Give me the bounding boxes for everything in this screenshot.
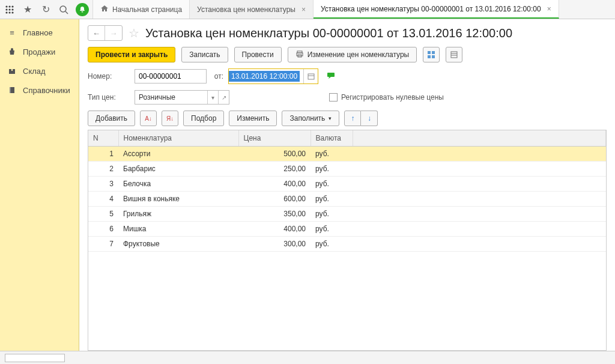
price-type-value: Розничные	[135, 93, 207, 102]
sidebar-sales[interactable]: Продажи	[0, 42, 79, 61]
cell-price: 250,00	[238, 162, 311, 177]
sidebar-main[interactable]: ≡ Главное	[0, 23, 79, 42]
fill-label: Заполнить	[289, 114, 325, 123]
star-icon[interactable]: ★	[22, 4, 34, 16]
table-row[interactable]: 3Белочка400,00руб.	[88, 177, 606, 192]
cell-price: 400,00	[238, 177, 311, 192]
print-icon	[295, 50, 304, 60]
cell-blank	[353, 207, 606, 222]
cell-price: 400,00	[238, 222, 311, 237]
register-zero-checkbox[interactable]: Регистрировать нулевые цены	[329, 93, 444, 102]
sort-asc-button[interactable]: А↓	[140, 111, 157, 126]
price-type-combo[interactable]: Розничные ▾ ↗	[135, 90, 229, 105]
checkbox-box	[329, 93, 338, 102]
cell-nomenclature: Мишка	[118, 222, 238, 237]
command-bar: Провести и закрыть Записать Провести Изм…	[88, 47, 607, 62]
tab-price-setup[interactable]: Установка цен номенклатуры ×	[190, 0, 314, 19]
svg-point-9	[60, 6, 66, 12]
sidebar: ≡ Главное Продажи Склад Справочники	[0, 19, 79, 351]
cell-currency: руб.	[311, 147, 353, 162]
svg-point-5	[11, 8, 13, 10]
menu-icon: ≡	[7, 28, 17, 37]
cell-price: 500,00	[238, 147, 311, 162]
table-row[interactable]: 6Мишка400,00руб.	[88, 222, 606, 237]
cell-nomenclature: Ассорти	[118, 147, 238, 162]
number-label: Номер:	[88, 72, 130, 80]
svg-rect-20	[428, 55, 431, 58]
cell-blank	[353, 162, 606, 177]
top-bar: ★ ↻ Начальная страница Установка цен ном…	[0, 0, 615, 19]
open-icon[interactable]: ↗	[218, 91, 229, 104]
tab-home[interactable]: Начальная страница	[93, 0, 190, 19]
chevron-down-icon[interactable]: ▾	[207, 91, 218, 104]
price-type-label: Тип цен:	[88, 93, 130, 102]
change-button[interactable]: Изменить	[229, 111, 277, 126]
cell-n: 6	[88, 222, 118, 237]
cell-blank	[353, 222, 606, 237]
pick-button[interactable]: Подбор	[183, 111, 224, 126]
write-button[interactable]: Записать	[181, 47, 228, 62]
notifications-icon[interactable]	[76, 3, 89, 16]
table-row[interactable]: 7Фруктовые300,00руб.	[88, 237, 606, 252]
calendar-icon[interactable]	[303, 69, 318, 83]
col-currency[interactable]: Валюта	[311, 130, 353, 147]
nav-arrows: ← →	[88, 25, 123, 41]
sidebar-catalogs[interactable]: Справочники	[0, 80, 79, 100]
structure-button[interactable]	[423, 47, 440, 62]
history-icon[interactable]: ↻	[40, 4, 52, 16]
move-up-button[interactable]: ↑	[344, 111, 361, 126]
col-blank	[353, 130, 606, 147]
date-field[interactable]: 13.01.2016 12:00:00	[228, 68, 318, 84]
tabs: Начальная страница Установка цен номенкл…	[93, 0, 615, 19]
cell-currency: руб.	[311, 222, 353, 237]
page-title: Установка цен номенклатуры 00-00000001 о…	[145, 26, 512, 40]
tab-price-setup-doc[interactable]: Установка цен номенклатуры 00-00000001 о…	[314, 0, 559, 19]
sidebar-item-label: Главное	[23, 28, 53, 37]
chat-icon[interactable]	[327, 71, 335, 82]
cell-blank	[353, 237, 606, 252]
sidebar-item-label: Продажи	[23, 47, 55, 56]
sort-desc-button[interactable]: Я↓	[162, 111, 178, 126]
move-down-button[interactable]: ↓	[361, 111, 378, 126]
back-button[interactable]: ←	[88, 26, 105, 40]
sidebar-warehouse[interactable]: Склад	[0, 61, 79, 80]
add-button[interactable]: Добавить	[88, 111, 135, 126]
table-row[interactable]: 4Вишня в коньяке600,00руб.	[88, 192, 606, 207]
apps-icon[interactable]	[4, 4, 16, 16]
cell-blank	[353, 192, 606, 207]
favorite-star-icon[interactable]: ☆	[129, 26, 139, 40]
table-row[interactable]: 1Ассорти500,00руб.	[88, 147, 606, 162]
cell-n: 1	[88, 147, 118, 162]
table-wrap: N Номенклатура Цена Валюта 1Ассорти500,0…	[88, 130, 607, 351]
col-n[interactable]: N	[88, 130, 118, 147]
list-button[interactable]	[446, 47, 462, 62]
top-tool-icons: ★ ↻	[0, 0, 93, 19]
table-row[interactable]: 2Барбарис250,00руб.	[88, 162, 606, 177]
tab-home-label: Начальная страница	[112, 5, 182, 14]
cell-price: 600,00	[238, 192, 311, 207]
cell-currency: руб.	[311, 162, 353, 177]
svg-rect-25	[308, 74, 314, 79]
status-box	[5, 354, 65, 362]
col-price[interactable]: Цена	[238, 130, 311, 147]
bag-icon	[7, 47, 17, 56]
fill-button[interactable]: Заполнить ▾	[282, 111, 339, 126]
sidebar-item-label: Справочники	[23, 86, 70, 95]
search-icon[interactable]	[58, 4, 70, 16]
forward-button[interactable]: →	[105, 26, 122, 40]
post-button[interactable]: Провести	[234, 47, 282, 62]
cell-blank	[353, 147, 606, 162]
svg-point-2	[11, 5, 13, 7]
number-field[interactable]	[135, 69, 207, 83]
close-icon[interactable]: ×	[301, 5, 306, 14]
cell-nomenclature: Грильяж	[118, 207, 238, 222]
post-and-close-button[interactable]: Провести и закрыть	[88, 47, 175, 62]
price-change-button[interactable]: Изменение цен номенклатуры	[288, 47, 417, 62]
house-icon	[100, 4, 109, 14]
svg-line-10	[65, 11, 68, 14]
table-row[interactable]: 5Грильяж350,00руб.	[88, 207, 606, 222]
close-icon[interactable]: ×	[547, 5, 551, 13]
col-nomenclature[interactable]: Номенклатура	[118, 130, 238, 147]
status-bar	[0, 351, 615, 364]
table-toolbar: Добавить А↓ Я↓ Подбор Изменить Заполнить…	[88, 111, 607, 126]
